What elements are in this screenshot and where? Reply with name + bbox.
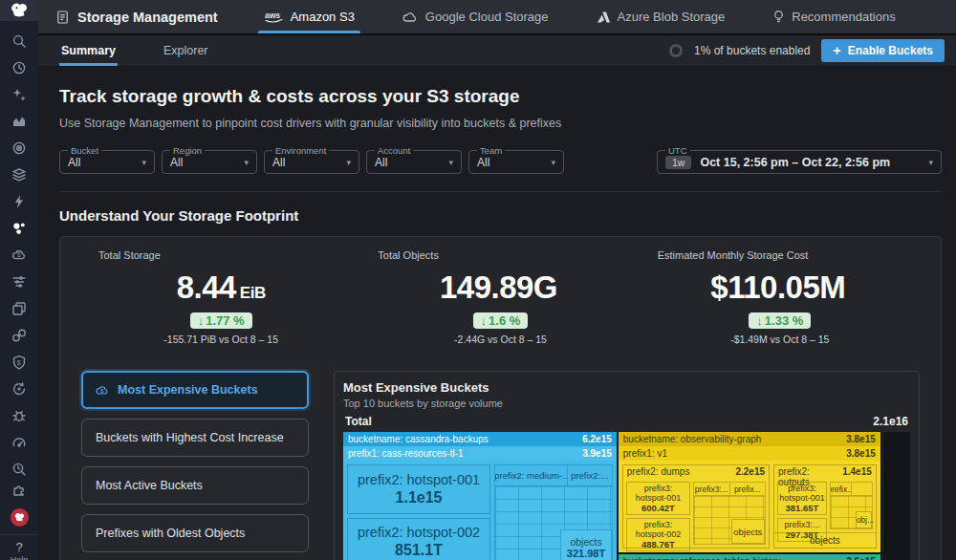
cloud-dollar-icon[interactable]: $ bbox=[9, 245, 30, 266]
treemap-panel: Most Expensive Buckets Top 10 buckets by… bbox=[334, 371, 920, 560]
help-icon: ? bbox=[0, 540, 38, 554]
cell-medium[interactable]: prefix2: medium-.. bbox=[495, 465, 568, 486]
team-filter[interactable]: Team All▾ bbox=[468, 145, 564, 174]
svg-text:aws: aws bbox=[265, 11, 280, 20]
bucket-header[interactable]: bucketname: cassandra-backups6.2e15 bbox=[343, 432, 617, 446]
section-title: Understand Your Storage Footprint bbox=[59, 207, 942, 224]
datadog-dog-icon bbox=[9, 0, 30, 21]
treemap-title: Most Expensive Buckets bbox=[343, 380, 910, 395]
windows-icon[interactable] bbox=[9, 298, 30, 319]
page-title: Storage Management bbox=[77, 10, 218, 25]
storage-management-screen: $ $ ? Help bbox=[0, 0, 956, 560]
cell-objects[interactable]: objects 321.98T bbox=[560, 529, 612, 560]
view-most-expensive-buckets[interactable]: $ Most Expensive Buckets bbox=[81, 371, 309, 409]
down-arrow-icon: ↓ bbox=[756, 313, 763, 328]
chevron-down-icon: ▾ bbox=[346, 158, 351, 167]
cell-hotspot-002[interactable]: prefix2: hotspot-002 851.1T bbox=[347, 518, 490, 560]
treemap: bucketname: cassandra-backups6.2e15 pref… bbox=[343, 432, 910, 560]
user-avatar[interactable] bbox=[11, 508, 29, 527]
storage-footprint-card: Total Storage 8.44EiB ↓1.77 % -155.71 Pi… bbox=[59, 236, 942, 560]
stat-total-objects: Total Objects 149.89G ↓1.6 % -2.44G vs O… bbox=[360, 249, 640, 345]
tab-recommendations[interactable]: Recommendations bbox=[751, 0, 916, 33]
cloud-dollar-icon: $ bbox=[96, 384, 110, 396]
region-filter[interactable]: Region All▾ bbox=[162, 145, 257, 174]
help-label: Help bbox=[0, 555, 38, 560]
prefix1-header[interactable]: prefix1: cass-resources-tl-13.9e15 bbox=[343, 446, 617, 461]
prefix1-header[interactable]: prefix1: v13.8e15 bbox=[619, 446, 880, 461]
tab-amazon-s3[interactable]: aws Amazon S3 bbox=[243, 0, 376, 33]
shield-dollar-icon[interactable]: $ bbox=[9, 352, 30, 373]
filter-row: Bucket All▾ Region All▾ Environment All▾… bbox=[59, 145, 942, 174]
tab-label: Azure Blob Storage bbox=[618, 10, 726, 24]
azure-icon bbox=[597, 11, 611, 24]
chevron-down-icon: ▾ bbox=[244, 158, 249, 167]
environment-filter[interactable]: Environment All▾ bbox=[264, 145, 359, 174]
treemap-total-row: Total2.1e16 bbox=[343, 409, 910, 432]
group-outputs[interactable]: prefix2: outputs1.4e15 prefix3: hotspot-… bbox=[773, 464, 877, 549]
time-range-picker[interactable]: UTC 1w Oct 15, 2:56 pm – Oct 22, 2:56 pm… bbox=[657, 145, 942, 174]
sparkles-icon[interactable] bbox=[9, 84, 30, 105]
tab-label: Amazon S3 bbox=[291, 10, 355, 24]
view-highest-cost-increase[interactable]: Buckets with Highest Cost Increase bbox=[81, 419, 309, 457]
explore-section: $ Most Expensive Buckets Buckets with Hi… bbox=[81, 371, 920, 560]
gauge-icon[interactable] bbox=[9, 432, 30, 453]
stats-row: Total Storage 8.44EiB ↓1.77 % -155.71 Pi… bbox=[81, 249, 920, 345]
treemap-subtitle: Top 10 buckets by storage volume bbox=[343, 398, 910, 409]
treemap-bucket-reference-tables-history[interactable]: bucketname: reference-tables-history3.6e… bbox=[619, 554, 880, 560]
search-icon[interactable] bbox=[9, 31, 30, 52]
cell-objects[interactable]: objects bbox=[731, 519, 766, 544]
provider-tabs: aws Amazon S3 Google Cloud Storage Azure… bbox=[243, 0, 917, 33]
tab-summary[interactable]: Summary bbox=[59, 35, 118, 66]
area-chart-icon[interactable] bbox=[9, 111, 30, 132]
cell-hotspot-001[interactable]: prefix3: hotspot-001600.42T bbox=[626, 482, 690, 515]
cell-objects[interactable]: objects bbox=[774, 532, 876, 548]
chain-link-icon[interactable] bbox=[9, 325, 30, 346]
cell-obj[interactable]: obj... bbox=[856, 511, 872, 528]
bucket-header[interactable]: bucketname: observability-graph3.8e15 bbox=[619, 432, 880, 446]
clock-refresh-icon[interactable] bbox=[9, 378, 30, 399]
layers-icon[interactable] bbox=[9, 164, 30, 185]
account-filter[interactable]: Account All▾ bbox=[366, 145, 462, 174]
bug-icon[interactable] bbox=[9, 405, 30, 426]
sidebar-icons: $ $ bbox=[9, 21, 30, 480]
bucket-filter[interactable]: Bucket All▾ bbox=[59, 145, 155, 174]
avatar-dog-icon bbox=[13, 511, 26, 524]
sidebar: $ $ ? Help bbox=[0, 0, 38, 560]
time-range-value: Oct 15, 2:56 pm – Oct 22, 2:56 pm bbox=[700, 156, 890, 169]
buckets-enabled-text: 1% of buckets enabled bbox=[694, 44, 810, 57]
cell-hotspot-002[interactable]: prefix3: hotspot-002488.76T bbox=[626, 518, 690, 551]
view-prefixes-oldest-objects[interactable]: Prefixes with Oldest Objects bbox=[81, 514, 309, 552]
target-icon[interactable] bbox=[9, 138, 30, 159]
svg-text:$: $ bbox=[100, 388, 104, 394]
cell-prefix2[interactable]: prefix2:... bbox=[568, 465, 612, 486]
search-clock-icon[interactable] bbox=[9, 459, 30, 480]
main-area: Storage Management aws Amazon S3 Google … bbox=[38, 0, 956, 560]
puzzle-icon[interactable] bbox=[9, 480, 30, 501]
enable-buckets-button[interactable]: + Enable Buckets bbox=[821, 39, 945, 62]
tab-google-cloud-storage[interactable]: Google Cloud Storage bbox=[381, 0, 570, 33]
dots-cluster-icon[interactable] bbox=[9, 218, 30, 239]
aws-icon: aws bbox=[264, 10, 284, 24]
chevron-down-icon: ▾ bbox=[551, 158, 555, 167]
treemap-bucket-cassandra-backups[interactable]: bucketname: cassandra-backups6.2e15 pref… bbox=[343, 432, 617, 560]
tab-label: Recommendations bbox=[792, 10, 895, 24]
hero-title: Track storage growth & costs across your… bbox=[59, 86, 942, 107]
time-preset-badge[interactable]: 1w bbox=[665, 156, 691, 169]
tab-azure-blob-storage[interactable]: Azure Blob Storage bbox=[576, 0, 747, 33]
view-most-active-buckets[interactable]: Most Active Buckets bbox=[81, 466, 309, 505]
chevron-down-icon: ▾ bbox=[928, 158, 933, 167]
lightning-icon[interactable] bbox=[9, 191, 30, 212]
treemap-bucket-observability-graph[interactable]: bucketname: observability-graph3.8e15 pr… bbox=[619, 432, 880, 560]
hero-subtitle: Use Storage Management to pinpoint cost … bbox=[59, 117, 942, 130]
group-dumps[interactable]: prefix2: dumps2.2e15 prefix3: hotspot-00… bbox=[622, 464, 770, 549]
cell-hotspot-001[interactable]: prefix2: hotspot-001 1.1e15 bbox=[347, 464, 490, 514]
datadog-logo[interactable] bbox=[0, 0, 38, 21]
history-icon[interactable] bbox=[9, 57, 30, 78]
filter-lines-icon[interactable] bbox=[9, 271, 30, 292]
tab-explorer[interactable]: Explorer bbox=[162, 35, 210, 66]
chevron-down-icon: ▾ bbox=[448, 158, 453, 167]
cell-hotspot-001[interactable]: prefix3: hotspot-001381.65T bbox=[777, 482, 827, 515]
help-button[interactable]: ? Help bbox=[0, 534, 38, 560]
chevron-down-icon: ▾ bbox=[141, 158, 146, 167]
tab-label: Google Cloud Storage bbox=[425, 10, 549, 24]
